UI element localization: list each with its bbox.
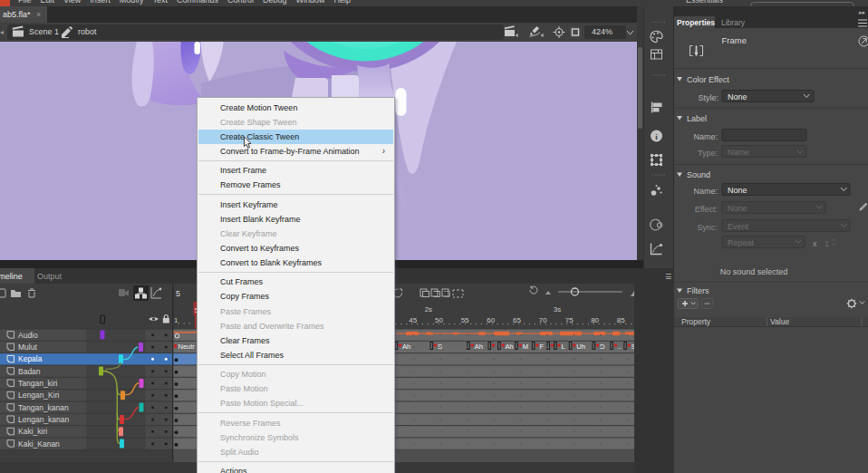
svg-text:None: None xyxy=(728,186,747,195)
svg-text:75: 75 xyxy=(565,316,574,324)
svg-text:M: M xyxy=(523,343,528,351)
svg-text:▸▸: ▸▸ xyxy=(859,9,866,15)
svg-text:Kaki_kiri: Kaki_kiri xyxy=(18,427,47,436)
svg-text:Value: Value xyxy=(770,317,789,326)
svg-text:Kepala: Kepala xyxy=(18,354,43,363)
svg-text:3s: 3s xyxy=(554,305,561,314)
svg-text:5: 5 xyxy=(176,289,180,298)
svg-text:Event: Event xyxy=(728,222,749,231)
svg-text:2s: 2s xyxy=(425,305,432,314)
svg-text:Property: Property xyxy=(681,317,711,326)
svg-text:50: 50 xyxy=(435,316,443,324)
svg-text:Sync:: Sync: xyxy=(697,223,718,232)
svg-text:60: 60 xyxy=(487,316,495,324)
svg-text:Audio: Audio xyxy=(18,331,38,340)
svg-text:Neutr: Neutr xyxy=(178,343,196,351)
svg-text:Ah: Ah xyxy=(402,343,410,351)
svg-text:70: 70 xyxy=(539,316,547,324)
svg-text:Frame: Frame xyxy=(722,35,747,45)
svg-text:No sound selected: No sound selected xyxy=(720,267,788,276)
svg-text:1: 1 xyxy=(825,239,829,248)
svg-text:Properties: Properties xyxy=(677,18,715,27)
svg-text:Tangan_kiri: Tangan_kiri xyxy=(18,379,58,388)
svg-text:Kaki_Kanan: Kaki_Kanan xyxy=(18,439,60,449)
svg-text:Ah: Ah xyxy=(506,343,514,351)
svg-text:Name:: Name: xyxy=(693,132,718,141)
svg-text:..: .. xyxy=(618,343,622,351)
svg-text:80: 80 xyxy=(591,316,599,324)
svg-text:Color Effect: Color Effect xyxy=(687,75,729,84)
svg-text:Sound: Sound xyxy=(687,170,710,179)
svg-text:S: S xyxy=(438,343,442,351)
svg-text:Lengan_kanan: Lengan_kanan xyxy=(18,415,70,424)
svg-text:Type:: Type: xyxy=(698,149,718,158)
svg-text:Timeline: Timeline xyxy=(0,272,23,281)
svg-text:L: L xyxy=(562,343,565,351)
svg-text:Name:: Name: xyxy=(693,187,718,196)
svg-text:45: 45 xyxy=(409,316,417,324)
svg-text:Label: Label xyxy=(687,114,707,123)
svg-text:1: 1 xyxy=(174,316,178,324)
svg-text:Filters: Filters xyxy=(687,286,709,295)
svg-text:Tangan_kanan: Tangan_kanan xyxy=(18,403,69,412)
svg-text:None: None xyxy=(728,204,747,213)
svg-text:x: x xyxy=(813,239,817,248)
svg-text:Uh: Uh xyxy=(576,343,585,351)
svg-text:85: 85 xyxy=(617,316,625,324)
svg-text:Name: Name xyxy=(728,148,749,157)
svg-text:Output: Output xyxy=(37,272,63,281)
svg-text:Mulut: Mulut xyxy=(18,343,37,352)
svg-text:Lengan_Kiri: Lengan_Kiri xyxy=(18,391,59,400)
svg-text:55: 55 xyxy=(461,316,469,324)
svg-text:Library: Library xyxy=(721,18,746,27)
svg-text:D: D xyxy=(600,343,605,351)
svg-text:Ah: Ah xyxy=(475,343,483,351)
svg-text:Badan: Badan xyxy=(18,367,41,376)
svg-text:Style:: Style: xyxy=(698,93,719,102)
svg-text:65: 65 xyxy=(513,316,521,324)
svg-text:F: F xyxy=(539,343,544,351)
svg-text:None: None xyxy=(728,92,747,101)
svg-text:Effect:: Effect: xyxy=(695,205,718,214)
svg-text:Repeat: Repeat xyxy=(728,238,755,247)
